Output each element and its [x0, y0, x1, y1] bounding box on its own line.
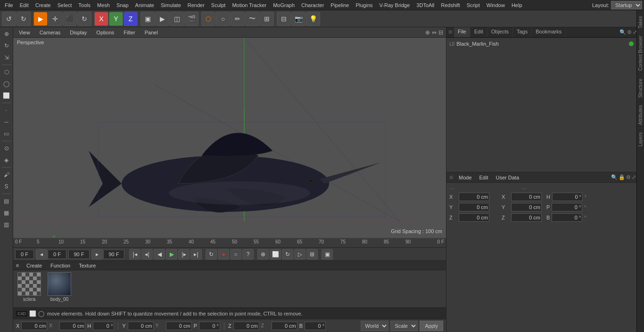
frame-max-input[interactable] — [103, 250, 124, 259]
lt-model[interactable]: ⬡ — [1, 66, 12, 78]
z-axis[interactable]: Z — [124, 12, 138, 26]
lt-snap[interactable]: ⊙ — [1, 143, 12, 154]
menu-select[interactable]: Select — [55, 1, 75, 9]
lt-points[interactable]: · — [1, 105, 12, 116]
play-back-btn[interactable]: ◀ — [154, 249, 165, 259]
obj-green-dot[interactable] — [629, 41, 634, 46]
vp-menu-filter[interactable]: Filter — [121, 29, 138, 36]
help-btn[interactable]: ? — [242, 249, 254, 259]
vtab-content[interactable]: Content Browser — [637, 32, 644, 74]
material-body[interactable]: body_00 — [45, 272, 74, 302]
scale-select[interactable]: Scale — [390, 321, 418, 331]
lt-polygons[interactable]: ▭ — [1, 128, 12, 139]
vtab-layers[interactable]: Layers — [637, 129, 644, 150]
attr-x1-input[interactable] — [459, 193, 489, 201]
menu-window[interactable]: Window — [484, 1, 508, 9]
attr-z1-input[interactable] — [459, 213, 489, 222]
layout-select[interactable]: Startup — [611, 1, 642, 9]
step-back-btn[interactable]: ◂| — [141, 249, 153, 259]
menu-character[interactable]: Character — [298, 1, 327, 9]
menu-edit[interactable]: Edit — [17, 1, 32, 9]
menu-file[interactable]: File — [2, 1, 16, 9]
menu-plugins[interactable]: Plugins — [353, 1, 375, 9]
menu-simulate[interactable]: Simulate — [158, 1, 184, 9]
box-select[interactable]: ▣ — [140, 12, 155, 26]
menu-mesh[interactable]: Mesh — [94, 1, 113, 9]
tab-tags[interactable]: Tags — [513, 27, 532, 37]
lt-scale[interactable]: ⇲ — [1, 52, 12, 63]
search-icon[interactable]: 🔍 — [619, 29, 626, 35]
attr-settings-icon[interactable]: ⚙ — [626, 174, 631, 180]
attr-z2-input[interactable] — [511, 213, 542, 222]
menu-create[interactable]: Create — [33, 1, 54, 9]
coord-z-input[interactable] — [233, 322, 259, 330]
selection-btn[interactable]: ⬜ — [270, 249, 281, 259]
lt-move[interactable]: ⊕ — [1, 28, 12, 40]
auto-key-btn[interactable]: ○ — [230, 249, 241, 259]
attr-x2-input[interactable] — [511, 193, 542, 201]
attr-y2-input[interactable] — [511, 203, 542, 211]
record-btn[interactable]: ● — [218, 249, 229, 259]
menu-motion-tracker[interactable]: Motion Tracker — [229, 1, 269, 9]
lt-edges[interactable]: ─ — [1, 116, 12, 128]
object-item-marlin[interactable]: L0 Black_Marlin_Fish — [447, 39, 643, 49]
render-preview[interactable]: ▶ — [155, 12, 169, 26]
loop-btn[interactable]: ↻ — [206, 249, 217, 259]
attr-h-input[interactable] — [552, 193, 583, 201]
spline-tool[interactable]: 〜 — [245, 12, 259, 26]
render-region[interactable]: ◫ — [170, 12, 184, 26]
step-fwd-btn[interactable]: |▸ — [178, 249, 190, 259]
cube-tool[interactable]: ⬡ — [201, 12, 215, 26]
pen-tool[interactable]: ✏ — [231, 12, 245, 26]
viewport-btn[interactable]: ▣ — [322, 249, 333, 259]
menu-snap[interactable]: Snap — [114, 1, 132, 9]
playback-btn[interactable]: ▷ — [294, 249, 305, 259]
attr-menu-userdata[interactable]: User Data — [494, 174, 521, 181]
attr-p-input[interactable] — [552, 203, 582, 211]
camera-tool[interactable]: 📷 — [291, 12, 305, 26]
tab-edit[interactable]: Edit — [471, 27, 487, 37]
menu-help[interactable]: Help — [509, 1, 525, 9]
coord-y2-input[interactable] — [166, 322, 192, 330]
menu-pipeline[interactable]: Pipeline — [328, 1, 352, 9]
mat-menu-create[interactable]: Create — [25, 262, 44, 269]
menu-script[interactable]: Script — [464, 1, 483, 9]
menu-sculpt[interactable]: Sculpt — [208, 1, 229, 9]
coord-h-input[interactable] — [93, 322, 114, 330]
lt-layer3[interactable]: ▥ — [1, 219, 12, 230]
vp-menu-panel[interactable]: Panel — [142, 29, 161, 36]
play-btn[interactable]: ▶ — [166, 249, 177, 259]
vp-menu-cameras[interactable]: Cameras — [37, 29, 64, 36]
vtab-attributes[interactable]: Attributes — [637, 101, 644, 129]
x-axis[interactable]: X — [94, 12, 108, 26]
viewport-3d[interactable]: Perspective — [13, 38, 446, 238]
menu-tools[interactable]: Tools — [75, 1, 93, 9]
material-sclera[interactable]: sclera — [15, 272, 43, 302]
rotate-tool[interactable]: ↻ — [77, 12, 91, 26]
render-settings[interactable]: 🎬 — [184, 12, 198, 26]
vp-menu-view[interactable]: View — [16, 29, 33, 36]
apply-button[interactable]: Apply — [420, 321, 443, 331]
tab-objects[interactable]: Objects — [487, 27, 513, 37]
coord-x2-input[interactable] — [59, 322, 85, 330]
cursor-tool[interactable]: ▶ — [33, 12, 48, 26]
go-end-btn[interactable]: ▸| — [190, 249, 202, 259]
attr-y1-input[interactable] — [459, 203, 489, 211]
frame-total-input[interactable] — [68, 250, 90, 259]
frame-end-input[interactable] — [48, 250, 66, 259]
mat-menu-texture[interactable]: Texture — [77, 262, 98, 269]
lt-sculpt[interactable]: S — [1, 181, 12, 192]
attr-lock-icon[interactable]: 🔒 — [619, 174, 625, 180]
go-start-btn[interactable]: |◂ — [129, 249, 140, 259]
tab-bookmarks[interactable]: Bookmarks — [532, 27, 566, 37]
coord-y-input[interactable] — [128, 322, 154, 330]
vtab-takes[interactable]: Takes — [637, 12, 644, 32]
vp-menu-display[interactable]: Display — [67, 29, 90, 36]
grid-tool[interactable]: ⊟ — [277, 12, 291, 26]
anim-btn[interactable]: ↻ — [282, 249, 293, 259]
transform-btn[interactable]: ⊕ — [257, 249, 269, 259]
attr-expand-icon[interactable]: ⤢ — [632, 174, 636, 180]
lt-texture[interactable]: ⬜ — [1, 90, 12, 101]
lt-rotate[interactable]: ↻ — [1, 40, 12, 51]
vp-icon-transform[interactable]: ⊕ — [425, 29, 430, 36]
